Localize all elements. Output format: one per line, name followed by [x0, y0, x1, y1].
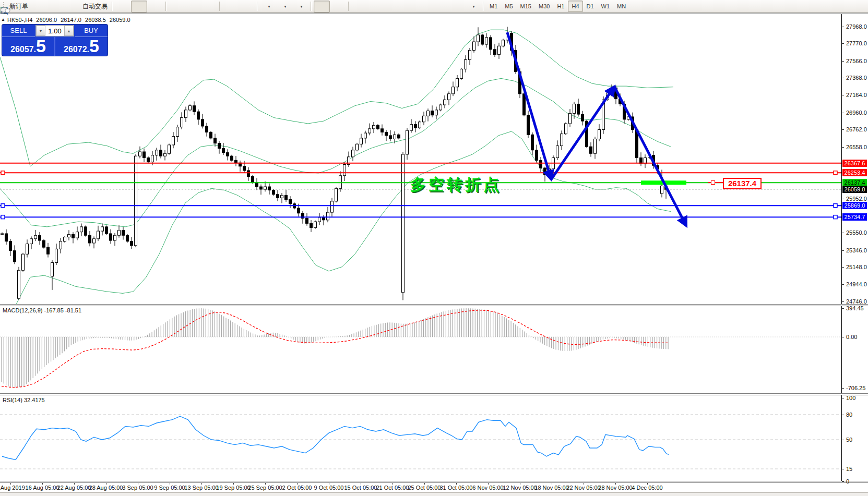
- zigzag-trendline[interactable]: [507, 32, 686, 226]
- timeframe-m30-button[interactable]: M30: [535, 1, 553, 12]
- candle-body: [327, 212, 329, 220]
- tile-windows-button[interactable]: [201, 1, 217, 13]
- volume-value[interactable]: 1.00: [45, 26, 64, 36]
- indicators-button[interactable]: ▾: [260, 1, 276, 13]
- arrows-button[interactable]: ▾: [465, 1, 481, 13]
- candle-body: [569, 113, 572, 124]
- line-handle[interactable]: [834, 204, 837, 208]
- chinese-annotation[interactable]: 多空转折点: [410, 174, 502, 196]
- candle-body: [377, 125, 379, 129]
- time-axis[interactable]: 2 Aug 201916 Aug 05:0022 Aug 05:0028 Aug…: [0, 482, 868, 492]
- buy-price[interactable]: 26072.5: [55, 37, 108, 56]
- sell-price[interactable]: 26057.5: [2, 37, 55, 56]
- candle-body: [126, 235, 129, 241]
- panel-separator[interactable]: [0, 393, 868, 395]
- candle-body: [76, 232, 79, 238]
- timeframe-m5-button[interactable]: M5: [501, 1, 516, 12]
- line-chart-button[interactable]: [147, 1, 163, 13]
- bar-chart-button[interactable]: [115, 1, 131, 13]
- horizontal-line-button[interactable]: [367, 1, 384, 13]
- line-handle[interactable]: [1, 204, 5, 208]
- auto-trading-button[interactable]: 自动交易: [79, 1, 110, 13]
- axis-tick: [842, 113, 844, 113]
- line-handle[interactable]: [1, 215, 5, 219]
- volume-stepper[interactable]: ▼ 1.00 ▲: [35, 25, 74, 37]
- axis-tick: [842, 301, 844, 302]
- volume-increase-icon[interactable]: ▲: [64, 26, 74, 36]
- chart-shift-button[interactable]: [239, 1, 255, 13]
- fibonacci-button[interactable]: F: [416, 1, 432, 13]
- axis-tick: [842, 284, 844, 285]
- low-value: 26038.5: [85, 17, 106, 23]
- navigator-button[interactable]: [63, 1, 79, 13]
- search-button[interactable]: [824, 1, 840, 13]
- price-callout-box[interactable]: 26137.4: [723, 178, 762, 189]
- timeframe-d1-button[interactable]: D1: [583, 1, 598, 12]
- text-button[interactable]: A: [432, 1, 448, 13]
- sell-button[interactable]: SELL: [2, 25, 35, 37]
- rsi-axis-label: 15: [846, 466, 852, 472]
- zoom-out-button[interactable]: [185, 1, 201, 13]
- timeframe-mn-button[interactable]: MN: [613, 1, 629, 12]
- trend-arrow-segment[interactable]: [614, 87, 686, 226]
- candle-body: [105, 227, 108, 234]
- sell-price-big-digit: 5: [36, 38, 46, 54]
- candle-body: [206, 126, 208, 132]
- equidistant-channel-button[interactable]: E: [400, 1, 416, 13]
- candle-body: [68, 235, 70, 237]
- cursor-button[interactable]: [314, 1, 330, 13]
- callout-anchor-handle[interactable]: [711, 180, 715, 185]
- auto-scroll-button[interactable]: [222, 1, 239, 13]
- trend-arrow-segment[interactable]: [551, 87, 614, 179]
- timeframe-h4-button[interactable]: H4: [568, 1, 582, 12]
- zoom-in-button[interactable]: [169, 1, 185, 13]
- candle-body: [34, 235, 37, 239]
- candle-body: [339, 176, 342, 189]
- candle-body: [385, 132, 388, 136]
- market-watch-button[interactable]: [46, 1, 63, 13]
- macd-axis-label: 0.00: [846, 334, 857, 340]
- line-handle[interactable]: [834, 215, 837, 219]
- candle-body: [394, 135, 396, 139]
- candle-body: [536, 150, 538, 161]
- vertical-line-button[interactable]: [351, 1, 367, 13]
- volume-decrease-icon[interactable]: ▼: [36, 26, 45, 36]
- candle-body: [573, 104, 576, 113]
- candle-body: [252, 176, 254, 182]
- buy-button[interactable]: BUY: [75, 25, 108, 37]
- candle-body: [147, 158, 150, 162]
- chat-button[interactable]: [846, 1, 862, 13]
- templates-button[interactable]: ▾: [292, 1, 308, 13]
- timeframe-m1-button[interactable]: M1: [486, 1, 501, 12]
- rsi-panel-canvas: [0, 395, 841, 481]
- candle-body: [544, 168, 546, 175]
- timeframe-h1-button[interactable]: H1: [553, 1, 568, 12]
- chevron-down-icon: ▾: [472, 4, 474, 9]
- window-bottom-strip: [0, 492, 868, 496]
- rsi-line: [2, 416, 669, 459]
- time-label: 2 Aug 2019: [0, 485, 25, 491]
- candle-body: [193, 106, 196, 112]
- toolbar-separator: [483, 2, 484, 11]
- candle-body: [314, 222, 317, 227]
- new-order-label: 新订单: [9, 2, 28, 11]
- line-handle[interactable]: [834, 171, 837, 175]
- chart-window-button[interactable]: [30, 1, 46, 13]
- candle-body: [30, 239, 33, 244]
- candle-body: [448, 94, 450, 100]
- toolbar-separator: [165, 2, 167, 11]
- candle-body: [490, 38, 492, 50]
- axis-tick: [842, 469, 844, 469]
- line-handle[interactable]: [1, 171, 5, 175]
- trend-arrow-segment[interactable]: [507, 32, 551, 179]
- timeframe-m15-button[interactable]: M15: [517, 1, 535, 12]
- timeframe-w1-button[interactable]: W1: [598, 1, 614, 12]
- crosshair-button[interactable]: [330, 1, 346, 13]
- candle-body: [594, 139, 597, 153]
- candle-body: [402, 154, 405, 293]
- panel-separator[interactable]: [0, 304, 868, 306]
- periods-button[interactable]: ▾: [276, 1, 292, 13]
- trendline-button[interactable]: [384, 1, 400, 13]
- candlestick-chart-button[interactable]: [131, 1, 147, 13]
- text-label-button[interactable]: T: [448, 1, 465, 13]
